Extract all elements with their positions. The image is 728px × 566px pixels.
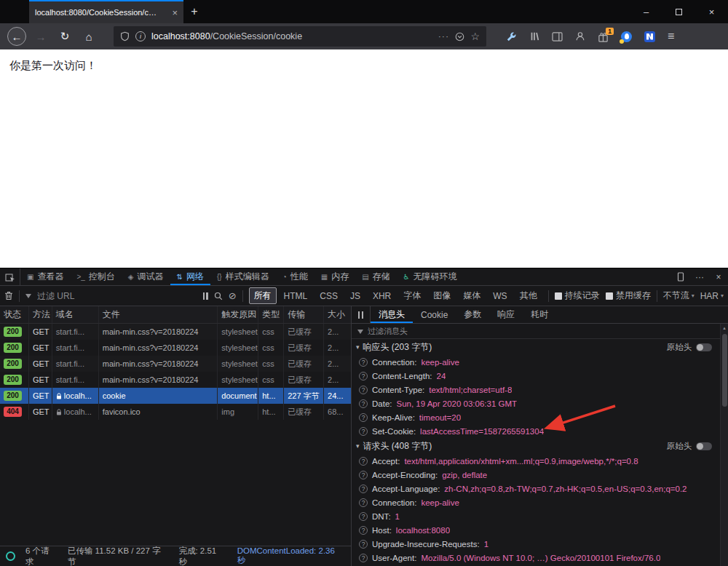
col-transferred[interactable]: 传输 xyxy=(284,306,324,323)
sidebar-toggle-icon[interactable] xyxy=(552,32,563,41)
help-icon[interactable]: ? xyxy=(359,386,368,394)
col-file[interactable]: 文件 xyxy=(99,306,218,323)
block-requests-icon[interactable]: ⊘ xyxy=(229,290,237,301)
help-icon[interactable]: ? xyxy=(359,399,368,408)
page-actions-icon[interactable]: ··· xyxy=(438,32,450,41)
col-size[interactable]: 大小 xyxy=(324,306,351,323)
help-icon[interactable]: ? xyxy=(359,471,368,479)
pause-icon[interactable] xyxy=(203,292,208,300)
col-cause[interactable]: 触发原因 xyxy=(218,306,258,323)
filter-url-input[interactable] xyxy=(37,291,197,301)
help-icon[interactable]: ? xyxy=(359,526,368,535)
devtools-wrench-icon[interactable] xyxy=(506,31,517,42)
browser-tab[interactable]: localhost:8080/CookieSession/c… × xyxy=(29,0,183,23)
help-icon[interactable]: ? xyxy=(359,540,368,549)
devtools-tab-performance[interactable]: ◔性能 xyxy=(276,268,314,285)
extension-icon-2[interactable] xyxy=(644,31,655,42)
har-dropdown[interactable]: HAR▾ xyxy=(700,291,724,301)
disable-cache-checkbox[interactable]: 禁用缓存 xyxy=(606,290,651,302)
help-icon[interactable]: ? xyxy=(359,457,368,466)
help-icon[interactable]: ? xyxy=(359,372,368,380)
table-row[interactable]: 200 GET start.fi... main-min.css?v=20180… xyxy=(0,340,351,356)
site-info-icon[interactable]: i xyxy=(135,31,146,41)
devtools-tab-network[interactable]: ⇅网络 xyxy=(170,268,210,285)
help-icon[interactable]: ? xyxy=(359,427,368,436)
devtools-tab-accessibility[interactable]: ♿无障碍环境 xyxy=(397,268,464,285)
bookmark-star-icon[interactable]: ☆ xyxy=(470,31,480,42)
header-row[interactable]: ?DNT1 xyxy=(352,509,719,523)
header-row[interactable]: ?Hostlocalhost:8080 xyxy=(352,523,719,537)
devtools-more-icon[interactable]: ··· xyxy=(690,268,709,285)
devtools-tab-storage[interactable]: ▤存储 xyxy=(355,268,396,285)
search-icon[interactable] xyxy=(214,292,223,300)
element-picker-icon[interactable] xyxy=(0,268,20,285)
detail-tab-timings[interactable]: 耗时 xyxy=(523,306,556,323)
help-icon[interactable]: ? xyxy=(359,485,368,493)
scrollbar-thumb[interactable] xyxy=(722,334,727,407)
devtools-tab-style-editor[interactable]: {}样式编辑器 xyxy=(210,268,276,285)
filter-images[interactable]: 图像 xyxy=(428,287,456,304)
tab-close-icon[interactable]: × xyxy=(172,7,178,18)
library-icon[interactable] xyxy=(529,31,539,41)
persist-logs-checkbox[interactable]: 持续记录 xyxy=(555,290,600,302)
header-row[interactable]: ?DateSun, 19 Apr 2020 03:06:31 GMT xyxy=(352,396,719,410)
help-icon[interactable]: ? xyxy=(359,554,368,562)
devtools-tab-console[interactable]: >_控制台 xyxy=(70,268,121,285)
home-button[interactable]: ⌂ xyxy=(79,27,98,46)
devtools-tab-memory[interactable]: ▦内存 xyxy=(314,268,355,285)
pocket-icon[interactable] xyxy=(455,32,464,41)
account-icon[interactable] xyxy=(575,31,585,41)
reload-button[interactable]: ↻ xyxy=(55,27,74,46)
scrollbar[interactable]: ▴ xyxy=(720,324,728,566)
raw-headers-toggle[interactable] xyxy=(696,442,712,450)
maximize-button[interactable] xyxy=(662,0,695,23)
response-headers-section[interactable]: ▾ 响应头 (203 字节) 原始头 xyxy=(352,339,719,355)
performance-analysis-icon[interactable] xyxy=(6,551,15,561)
header-row-set-cookie[interactable]: ?Set-CookielastAccessTime=1587265591304 xyxy=(352,424,719,438)
col-method[interactable]: 方法 xyxy=(29,306,52,323)
table-row[interactable]: 200 GET start.fi... main-min.css?v=20180… xyxy=(0,356,351,372)
header-row[interactable]: ?Content-Typetext/html;charset=utf-8 xyxy=(352,383,719,396)
detail-tab-params[interactable]: 参数 xyxy=(456,306,489,323)
shield-icon[interactable] xyxy=(120,31,130,41)
scroll-up-icon[interactable]: ▴ xyxy=(721,325,728,331)
header-row[interactable]: ?Accept-Languagezh-CN,zh;q=0.8,zh-TW;q=0… xyxy=(352,482,719,495)
devtools-tab-debugger[interactable]: ◈调试器 xyxy=(122,268,170,285)
raw-headers-toggle[interactable] xyxy=(696,343,712,351)
detail-tab-cookies[interactable]: Cookie xyxy=(413,306,456,323)
header-row[interactable]: ?Accepttext/html,application/xhtml+xm...… xyxy=(352,454,719,468)
table-row[interactable]: 404 GET localh... favicon.ico img ht... … xyxy=(0,404,351,420)
table-row[interactable]: 200 GET start.fi... main-min.css?v=20180… xyxy=(0,372,351,388)
filter-fonts[interactable]: 字体 xyxy=(398,287,426,304)
responsive-design-icon[interactable] xyxy=(671,268,690,285)
header-row[interactable]: ?Upgrade-Insecure-Requests1 xyxy=(352,537,719,551)
help-icon[interactable]: ? xyxy=(359,498,368,507)
help-icon[interactable]: ? xyxy=(359,358,368,367)
throttling-dropdown[interactable]: 不节流▾ xyxy=(663,290,695,302)
table-row-selected[interactable]: 200 GET localh... cookie document ht... … xyxy=(0,388,351,404)
header-row[interactable]: ?Accept-Encodinggzip, deflate xyxy=(352,468,719,482)
filter-xhr[interactable]: XHR xyxy=(368,289,396,303)
close-button[interactable]: × xyxy=(695,0,728,23)
col-type[interactable]: 类型 xyxy=(258,306,284,323)
header-row[interactable]: ?Connectionkeep-alive xyxy=(352,355,719,369)
help-icon[interactable]: ? xyxy=(359,512,368,521)
header-row[interactable]: ?Connectionkeep-alive xyxy=(352,495,719,509)
back-button[interactable]: ← xyxy=(7,27,26,46)
filter-media[interactable]: 媒体 xyxy=(458,287,486,304)
filter-headers-input[interactable] xyxy=(368,327,722,335)
col-status[interactable]: 状态 xyxy=(0,306,29,323)
table-row[interactable]: 200 GET start.fi... main-min.css?v=20180… xyxy=(0,324,351,340)
forward-button[interactable]: → xyxy=(31,27,50,46)
filter-js[interactable]: JS xyxy=(345,289,365,303)
devtools-tab-inspector[interactable]: ▣查看器 xyxy=(20,268,70,285)
url-bar[interactable]: i localhost:8080/CookieSession/cookie ··… xyxy=(114,26,486,47)
filter-other[interactable]: 其他 xyxy=(515,287,542,304)
header-row[interactable]: ?Content-Length24 xyxy=(352,369,719,383)
request-headers-section[interactable]: ▾ 请求头 (408 字节) 原始头 xyxy=(352,438,719,454)
col-domain[interactable]: 域名 xyxy=(52,306,99,323)
filter-ws[interactable]: WS xyxy=(488,289,512,303)
pane-toggle-icon[interactable] xyxy=(352,306,371,323)
header-row[interactable]: ?Keep-Alivetimeout=20 xyxy=(352,410,719,424)
whats-new-gift-icon[interactable]: 1 xyxy=(598,31,609,42)
